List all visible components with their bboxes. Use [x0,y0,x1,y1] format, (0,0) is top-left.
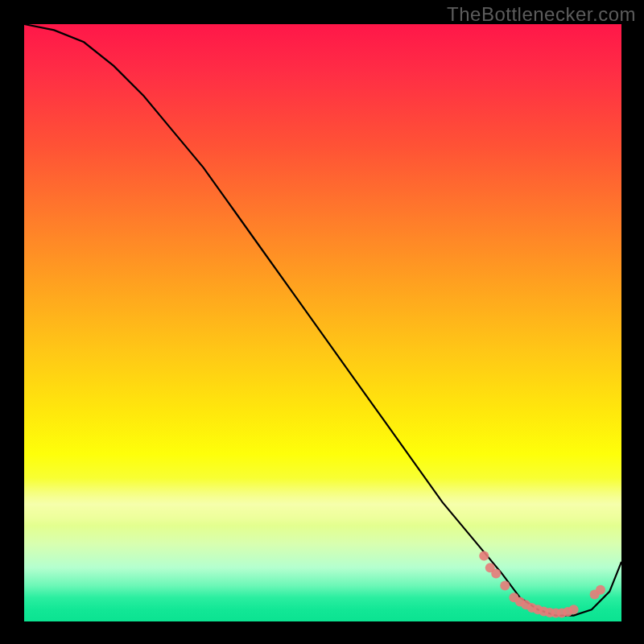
bottleneck-curve [24,24,621,621]
curve-markers [479,551,605,617]
curve-marker [500,581,510,591]
curve-line [24,24,621,616]
chart-frame: TheBottlenecker.com [0,0,644,644]
curve-marker [569,605,579,614]
curve-marker [491,569,501,579]
plot-area [24,24,621,621]
curve-marker [596,585,605,595]
watermark-text: TheBottlenecker.com [447,3,636,26]
curve-marker [479,551,489,560]
